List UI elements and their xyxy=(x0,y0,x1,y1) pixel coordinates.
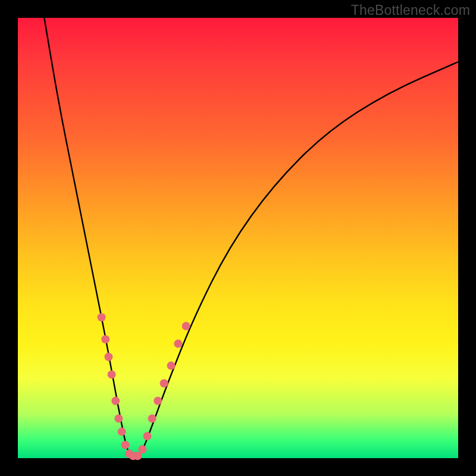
curve-marker xyxy=(167,362,176,370)
chart-frame: TheBottleneck.com xyxy=(0,0,476,476)
plot-area xyxy=(18,18,458,458)
curve-marker xyxy=(114,414,123,422)
curve-layer xyxy=(18,18,458,458)
curve-marker xyxy=(154,397,162,405)
bottleneck-curve xyxy=(44,18,458,455)
curve-marker xyxy=(174,340,182,348)
curve-marker xyxy=(118,428,126,436)
curve-marker xyxy=(182,322,190,330)
curve-marker xyxy=(138,445,146,453)
curve-marker xyxy=(121,441,130,449)
curve-marker xyxy=(108,370,116,378)
curve-marker xyxy=(160,379,168,387)
curve-marker xyxy=(143,432,152,440)
curve-marker xyxy=(104,353,112,361)
curve-marker xyxy=(98,313,106,321)
watermark-text: TheBottleneck.com xyxy=(351,2,470,18)
curve-marker xyxy=(101,335,109,343)
curve-marker xyxy=(148,414,156,422)
curve-marker xyxy=(111,397,120,405)
curve-markers xyxy=(98,313,190,460)
